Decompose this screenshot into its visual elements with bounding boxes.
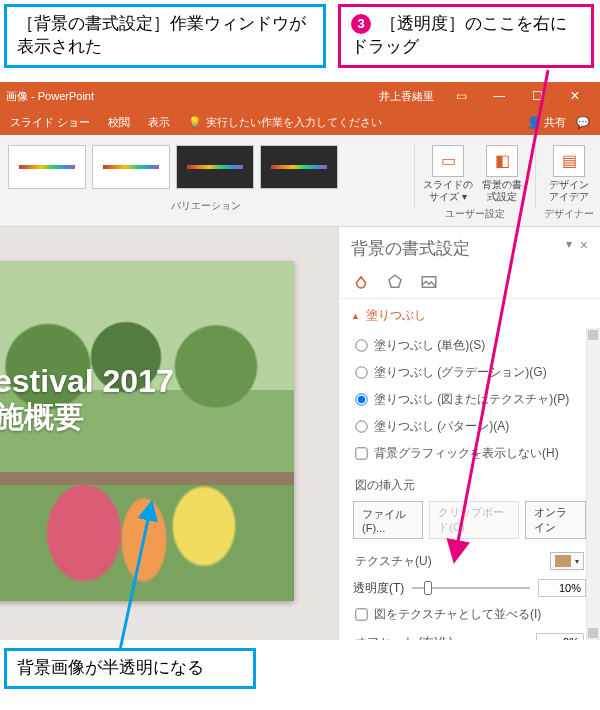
comment-icon: 💬 [576,116,590,128]
effects-tab-icon[interactable] [385,272,405,292]
insert-from-clipboard-button[interactable]: クリップボード(C) [429,501,519,539]
offset-left-row: オフセット (左)(L) [353,628,586,640]
callout-text: ［背景の書式設定］作業ウィンドウが表示された [17,14,306,56]
slide-title[interactable]: estival 2017 施概要 [0,363,174,434]
fill-tab-icon[interactable] [351,272,371,292]
share-label: 共有 [544,116,566,128]
close-button[interactable]: × [556,83,594,109]
ribbon-body: バリエーション ▭ スライドの サイズ ▾ ◧ 背景の書 式設定 ユーザー設定 … [0,135,600,227]
variation-thumb[interactable] [92,145,170,189]
variation-thumb[interactable] [8,145,86,189]
share-button[interactable]: 👤 共有 [527,115,566,130]
tell-me-text: 実行したい作業を入力してください [206,115,382,130]
radio-label: 塗りつぶし (図またはテクスチャ)(P) [374,391,569,408]
transparency-slider[interactable] [412,580,530,596]
pane-scrollbar[interactable] [586,328,600,640]
slide[interactable]: estival 2017 施概要 [0,261,294,601]
radio-label: 塗りつぶし (単色)(S) [374,337,485,354]
transparency-value-input[interactable] [538,579,586,597]
radio-gradient-fill[interactable]: 塗りつぶし (グラデーション)(G) [353,359,586,386]
offset-left-label: オフセット (左)(L) [355,634,453,641]
variation-thumb[interactable] [260,145,338,189]
radio-pattern-fill[interactable]: 塗りつぶし (パターン)(A) [353,413,586,440]
radio-picture-fill[interactable]: 塗りつぶし (図またはテクスチャ)(P) [353,386,586,413]
slide-title-line1: estival 2017 [0,363,174,400]
tab-slideshow[interactable]: スライド ショー [10,115,90,130]
button-label: オンライン [534,505,577,535]
scrollbar-down-button[interactable] [588,628,598,638]
button-label: ファイル(F)... [362,507,414,534]
tab-view[interactable]: 表示 [148,115,170,130]
variation-thumb[interactable] [176,145,254,189]
callout-drag-transparency: 3 ［透明度］のここを右にドラッグ [338,4,594,68]
checkbox-label: 図をテクスチャとして並べる(I) [374,606,541,623]
format-background-icon: ◧ [486,145,518,177]
user-name: 井上香緒里 [379,89,434,104]
separator [535,145,536,208]
maximize-button[interactable]: ☐ [518,83,556,109]
texture-label: テクスチャ(U) [355,553,432,570]
texture-picker-button[interactable]: ▾ [550,552,584,570]
pane-close-button[interactable]: × [580,237,588,253]
group-label-designer: デザイナー [544,207,594,221]
format-background-label: 背景の書 式設定 [475,179,529,203]
titlebar: 画像 - PowerPoint 井上香緒里 ▭ ― ☐ × [0,83,600,109]
ribbon-tabs: スライド ショー 校閲 表示 💡 実行したい作業を入力してください 👤 共有 💬 [0,109,600,135]
callout-result: 背景画像が半透明になる [4,648,256,689]
scrollbar-up-button[interactable] [588,330,598,340]
insert-online-button[interactable]: オンライン [525,501,586,539]
main-area: estival 2017 施概要 背景の書式設定 ▾ × [0,227,600,640]
slide-size-label: スライドの サイズ ▾ [421,179,475,203]
checkbox-label: 背景グラフィックを表示しない(H) [374,445,559,462]
pane-menu-button[interactable]: ▾ [566,237,572,251]
transparency-label: 透明度(T) [353,580,404,597]
window-title: 画像 - PowerPoint [6,89,94,104]
design-ideas-label: デザイン アイデア [542,179,596,203]
slide-canvas[interactable]: estival 2017 施概要 [0,227,338,640]
minimize-button[interactable]: ― [480,83,518,109]
slide-size-button[interactable]: ▭ スライドの サイズ ▾ [421,141,475,203]
tell-me[interactable]: 💡 実行したい作業を入力してください [188,115,382,130]
chevron-down-icon: ▲ [351,311,360,321]
radio-solid-fill[interactable]: 塗りつぶし (単色)(S) [353,332,586,359]
callout-pane-shown: ［背景の書式設定］作業ウィンドウが表示された [4,4,326,68]
format-background-button[interactable]: ◧ 背景の書 式設定 [475,141,529,203]
fill-section-label: 塗りつぶし [366,307,426,324]
radio-label: 塗りつぶし (グラデーション)(G) [374,364,547,381]
ribbon-display-options-button[interactable]: ▭ [442,83,480,109]
fill-section-header[interactable]: ▲ 塗りつぶし [339,298,600,328]
texture-swatch-icon [555,555,571,567]
step-number: 3 [351,14,371,34]
texture-row: テクスチャ(U) ▾ [353,547,586,575]
group-label-variations: バリエーション [8,199,404,213]
checkbox-tile-as-texture[interactable]: 図をテクスチャとして並べる(I) [353,601,586,628]
pane-title: 背景の書式設定 [351,237,470,260]
checkbox-hide-bg-graphics[interactable]: 背景グラフィックを表示しない(H) [353,440,586,467]
lightbulb-icon: 💡 [188,116,202,129]
group-label-customize: ユーザー設定 [445,207,505,221]
tab-review[interactable]: 校閲 [108,115,130,130]
radio-label: 塗りつぶし (パターン)(A) [374,418,509,435]
callout-text: ［透明度］のここを右にドラッグ [351,14,567,56]
insert-from-file-button[interactable]: ファイル(F)... [353,501,423,539]
chevron-down-icon: ▾ [575,557,579,566]
format-background-pane: 背景の書式設定 ▾ × ▲ 塗りつぶし [338,227,600,640]
callout-text: 背景画像が半透明になる [17,658,204,677]
slider-thumb[interactable] [424,581,432,595]
slide-title-line2: 施概要 [0,400,174,435]
slide-size-icon: ▭ [432,145,464,177]
transparency-row: 透明度(T) [353,575,586,601]
design-ideas-button[interactable]: ▤ デザイン アイデア [542,141,596,203]
picture-tab-icon[interactable] [419,272,439,292]
powerpoint-window: 画像 - PowerPoint 井上香緒里 ▭ ― ☐ × スライド ショー 校… [0,82,600,640]
button-label: クリップボード(C) [438,505,510,535]
separator [414,145,415,208]
variations-group: バリエーション [4,141,408,217]
design-ideas-icon: ▤ [553,145,585,177]
pane-body: 塗りつぶし (単色)(S) 塗りつぶし (グラデーション)(G) 塗りつぶし (… [339,328,600,640]
insert-from-label: 図の挿入元 [353,467,586,498]
comments-button[interactable]: 💬 [576,116,590,129]
offset-left-input[interactable] [536,633,584,640]
share-icon: 👤 [527,116,541,128]
